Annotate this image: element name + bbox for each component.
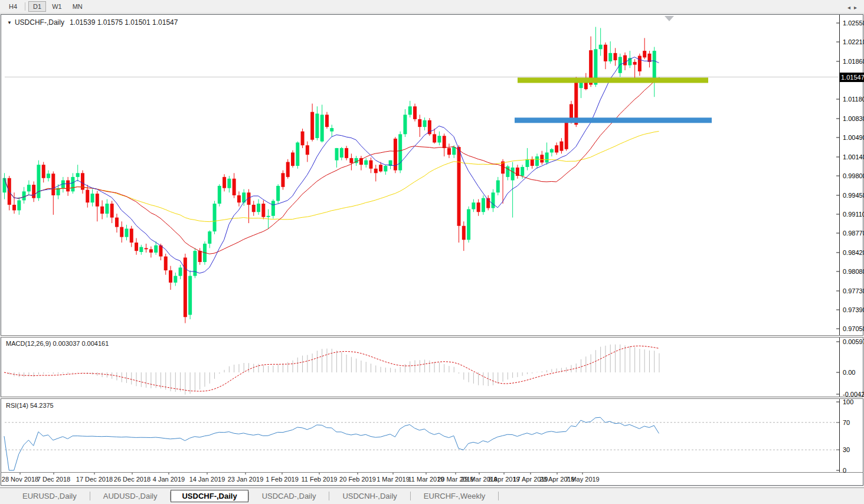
macd-values: 0.003037 0.004161 bbox=[53, 340, 109, 347]
candle bbox=[653, 51, 656, 81]
candle bbox=[51, 174, 55, 195]
candle bbox=[545, 152, 549, 162]
candle bbox=[472, 202, 475, 209]
candle bbox=[174, 276, 177, 283]
date-axis-border bbox=[1, 472, 863, 473]
price-macd-splitter[interactable] bbox=[1, 335, 863, 338]
price-axis-label: 0.97050 bbox=[843, 325, 864, 332]
candle bbox=[335, 148, 339, 161]
price-chart-canvas[interactable] bbox=[0, 0, 864, 504]
rsi-axis-label: 100 bbox=[843, 398, 853, 405]
candle bbox=[599, 45, 603, 50]
candle bbox=[306, 145, 309, 155]
candle bbox=[27, 185, 31, 191]
candle bbox=[218, 186, 221, 204]
ma-fast-line bbox=[4, 57, 659, 273]
candle bbox=[462, 226, 466, 240]
chart-title-symbol: USDCHF-,Daily bbox=[15, 18, 64, 27]
terminal-root: H4D1W1MN ▼USDCHF-,Daily1.01539 1.01575 1… bbox=[0, 0, 864, 504]
candle bbox=[511, 168, 515, 181]
candle bbox=[12, 205, 16, 210]
price-axis-label: 1.01180 bbox=[843, 96, 864, 103]
candle bbox=[457, 147, 461, 226]
candle bbox=[169, 270, 172, 283]
candle bbox=[408, 106, 412, 114]
candle bbox=[618, 57, 622, 73]
candle bbox=[125, 228, 129, 237]
candle bbox=[477, 202, 480, 212]
candle bbox=[188, 276, 192, 315]
candle bbox=[310, 112, 314, 140]
candle bbox=[296, 142, 299, 166]
candle bbox=[130, 228, 133, 243]
macd-label: MACD(12,26,9) bbox=[6, 340, 51, 347]
price-axis-label: 0.99800 bbox=[843, 172, 864, 179]
rsi-line bbox=[4, 417, 659, 470]
macd-pane-label: MACD(12,26,9) 0.003037 0.004161 bbox=[6, 340, 109, 347]
candle bbox=[452, 147, 456, 155]
candle bbox=[349, 158, 353, 163]
candle bbox=[447, 148, 451, 155]
candle bbox=[198, 251, 202, 262]
macd-rsi-splitter[interactable] bbox=[1, 397, 863, 399]
candle bbox=[364, 161, 368, 165]
price-axis-label: 1.00490 bbox=[843, 134, 864, 141]
candle bbox=[525, 159, 529, 167]
candle bbox=[301, 132, 305, 146]
candle bbox=[17, 200, 21, 210]
candle bbox=[32, 185, 35, 198]
candle bbox=[482, 198, 485, 212]
candle bbox=[135, 243, 138, 251]
candle bbox=[22, 191, 26, 200]
candle bbox=[643, 51, 646, 57]
chart-shift-marker-icon[interactable] bbox=[665, 16, 674, 21]
support-band[interactable] bbox=[515, 117, 712, 123]
candle bbox=[492, 192, 495, 208]
candle bbox=[222, 177, 226, 188]
candle bbox=[208, 231, 211, 244]
candle bbox=[345, 148, 348, 158]
date-axis-label: 7 May 2019 bbox=[556, 476, 609, 483]
candle bbox=[154, 246, 158, 253]
candle bbox=[384, 166, 387, 171]
chart-title-ohlc: 1.01539 1.01575 1.01501 1.01547 bbox=[70, 18, 178, 27]
rsi-axis-label: 0 bbox=[843, 467, 846, 474]
candle bbox=[252, 205, 256, 212]
candle bbox=[91, 194, 94, 202]
candle bbox=[145, 248, 148, 249]
price-axis-label: 0.97730 bbox=[843, 287, 864, 294]
candle bbox=[555, 145, 558, 152]
candle bbox=[100, 207, 104, 214]
candle bbox=[233, 179, 236, 195]
candle bbox=[614, 53, 617, 60]
candle bbox=[139, 247, 143, 252]
rsi-pane-label: RSI(14) 54.2375 bbox=[6, 402, 54, 409]
candle bbox=[330, 128, 333, 132]
candle bbox=[71, 177, 74, 191]
resistance-band[interactable] bbox=[518, 78, 708, 83]
candle bbox=[110, 204, 114, 218]
candle bbox=[531, 159, 534, 166]
rsi-axis-label: 70 bbox=[843, 419, 850, 426]
price-axis-label: 1.00830 bbox=[843, 115, 864, 122]
price-axis-label: 0.97390 bbox=[843, 306, 864, 313]
candle bbox=[443, 136, 446, 148]
candle bbox=[608, 53, 612, 61]
macd-axis-label: -0.00424 bbox=[843, 391, 864, 398]
candle bbox=[281, 173, 284, 187]
candle bbox=[398, 134, 402, 170]
candle bbox=[257, 204, 260, 212]
macd-axis-label: 0.00597 bbox=[843, 338, 864, 345]
candle bbox=[428, 120, 431, 135]
macd-signal-line bbox=[4, 346, 659, 391]
candle bbox=[423, 120, 427, 127]
symbol-dropdown-icon[interactable]: ▼ bbox=[7, 20, 12, 25]
price-axis-label: 0.99450 bbox=[843, 192, 864, 199]
candle bbox=[115, 218, 119, 227]
price-axis-label: 0.98080 bbox=[843, 268, 864, 275]
candle bbox=[3, 178, 6, 192]
chart-title: ▼USDCHF-,Daily1.01539 1.01575 1.01501 1.… bbox=[7, 18, 178, 27]
candle bbox=[276, 186, 280, 201]
candle bbox=[540, 155, 544, 162]
candle bbox=[521, 167, 524, 176]
